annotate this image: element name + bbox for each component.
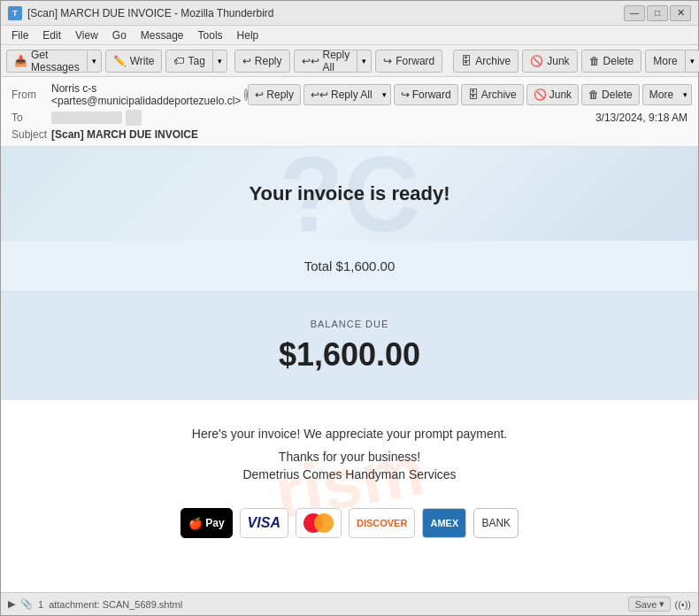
- menu-message[interactable]: Message: [134, 27, 191, 43]
- more-group: More ▾: [645, 50, 699, 73]
- to-avatar: [126, 110, 142, 126]
- reply-all-group: ↩↩ Reply All ▾: [294, 50, 373, 73]
- more-header-button[interactable]: More: [642, 84, 680, 105]
- get-messages-icon: 📥: [14, 55, 27, 67]
- invoice-header-section: ?C Your invoice is ready!: [1, 147, 698, 241]
- menu-help[interactable]: Help: [230, 27, 266, 43]
- reply-header-icon: ↩: [255, 89, 264, 101]
- to-row: To 3/13/2024, 9:18 AM: [12, 110, 687, 126]
- archive-button[interactable]: 🗄 Archive: [453, 50, 518, 73]
- more-header-arrow[interactable]: ▾: [680, 84, 692, 105]
- delete-header-button[interactable]: 🗑 Delete: [581, 84, 640, 105]
- statusbar-left: ▶ 📎 1 attachment: SCAN_5689.shtml: [8, 598, 182, 610]
- amex-icon: AMEX: [422, 508, 466, 538]
- junk-button[interactable]: 🚫 Junk: [522, 50, 577, 73]
- tag-arrow[interactable]: ▾: [212, 50, 227, 73]
- toolbar: 📥 Get Messages ▾ ✏️ Write 🏷 Tag ▾ ↩ Repl…: [1, 45, 698, 77]
- menu-go[interactable]: Go: [105, 27, 134, 43]
- more-header-group: More ▾: [642, 84, 692, 105]
- total-text: Total $1,600.00: [19, 258, 680, 273]
- balance-section: BALANCE DUE $1,600.00: [1, 292, 698, 400]
- get-messages-arrow[interactable]: ▾: [87, 50, 102, 73]
- close-button[interactable]: ✕: [670, 5, 691, 21]
- reply-icon: ↩: [242, 55, 251, 67]
- balance-amount: $1,600.00: [19, 336, 680, 373]
- forward-header-button[interactable]: ↪ Forward: [394, 84, 458, 105]
- bank-icon: BANK: [473, 508, 518, 538]
- get-messages-group: 📥 Get Messages ▾: [6, 50, 102, 73]
- forward-header-label: Forward: [412, 89, 451, 101]
- more-arrow[interactable]: ▾: [685, 50, 699, 73]
- forward-button[interactable]: ↪ Forward: [375, 50, 442, 73]
- menu-view[interactable]: View: [68, 27, 105, 43]
- reply-header-label: Reply: [266, 89, 294, 101]
- forward-label: Forward: [396, 55, 434, 67]
- app-icon: T: [8, 6, 22, 20]
- payment-icons: 🍎 Pay VISA DISCOVER AMEX BANK: [19, 508, 680, 538]
- minimize-button[interactable]: —: [624, 5, 645, 21]
- header-action-buttons: ↩ Reply ↩↩ Reply All ▾ ↪ Forward 🗄 Arch: [248, 84, 692, 105]
- footer-company: Demetrius Comes Handyman Services: [19, 467, 680, 481]
- window-title: [Scan] MARCH DUE INVOICE - Mozilla Thund…: [27, 7, 274, 19]
- more-label: More: [653, 55, 677, 67]
- reply-all-header-arrow[interactable]: ▾: [379, 84, 391, 105]
- balance-due-label: BALANCE DUE: [19, 319, 680, 329]
- tag-label: Tag: [188, 55, 204, 67]
- menubar: File Edit View Go Message Tools Help: [1, 26, 698, 45]
- delete-header-icon: 🗑: [588, 89, 599, 101]
- menu-tools[interactable]: Tools: [191, 27, 230, 43]
- mastercard-icon: [296, 508, 342, 538]
- attachment-icon: 📎: [20, 598, 33, 610]
- archive-header-button[interactable]: 🗄 Archive: [461, 84, 524, 105]
- archive-header-icon: 🗄: [468, 89, 479, 101]
- reply-all-header-icon: ↩↩: [311, 89, 328, 101]
- statusbar-right: Save ▾ ((•)): [628, 597, 691, 612]
- reply-all-button[interactable]: ↩↩ Reply All: [294, 50, 357, 73]
- subject-value: [Scan] MARCH DUE INVOICE: [51, 128, 198, 141]
- tag-group: 🏷 Tag ▾: [165, 50, 227, 73]
- reply-all-header-button[interactable]: ↩↩ Reply All: [303, 84, 379, 105]
- reply-button[interactable]: ↩ Reply: [234, 50, 290, 73]
- reply-all-label: Reply All: [323, 49, 350, 73]
- apple-pay-icon: 🍎 Pay: [181, 508, 233, 538]
- statusbar: ▶ 📎 1 attachment: SCAN_5689.shtml Save ▾…: [1, 592, 698, 615]
- total-section: Total $1,600.00: [1, 241, 698, 292]
- delete-button[interactable]: 🗑 Delete: [581, 50, 642, 73]
- tag-button[interactable]: 🏷 Tag: [165, 50, 211, 73]
- junk-header-button[interactable]: 🚫 Junk: [526, 84, 579, 105]
- expand-icon[interactable]: ▶: [8, 598, 15, 610]
- forward-icon: ↪: [383, 55, 392, 67]
- email-header: From Norris c-s <partes@municipalidaddep…: [1, 77, 698, 147]
- forward-header-icon: ↪: [401, 89, 410, 101]
- junk-icon: 🚫: [530, 55, 543, 67]
- maximize-button[interactable]: □: [647, 5, 668, 21]
- titlebar: T [Scan] MARCH DUE INVOICE - Mozilla Thu…: [1, 1, 698, 26]
- more-button[interactable]: More: [645, 50, 684, 73]
- write-label: Write: [130, 55, 155, 67]
- reply-header-button[interactable]: ↩ Reply: [248, 84, 301, 105]
- junk-header-label: Junk: [549, 89, 572, 101]
- reply-all-arrow[interactable]: ▾: [357, 50, 372, 73]
- subject-row: Subject [Scan] MARCH DUE INVOICE: [12, 128, 687, 141]
- save-button[interactable]: Save ▾: [628, 597, 671, 612]
- menu-edit[interactable]: Edit: [35, 27, 68, 43]
- footer-thanks: Thanks for your business!: [19, 450, 680, 464]
- junk-header-icon: 🚫: [534, 89, 547, 101]
- junk-label: Junk: [547, 55, 569, 67]
- wifi-icon: ((•)): [674, 599, 691, 610]
- invoice-title: Your invoice is ready!: [19, 182, 680, 205]
- to-label: To: [12, 112, 51, 124]
- get-messages-button[interactable]: 📥 Get Messages: [6, 50, 87, 73]
- save-label: Save: [634, 599, 657, 610]
- archive-label: Archive: [475, 55, 511, 67]
- archive-icon: 🗄: [461, 55, 472, 67]
- subject-label: Subject: [12, 128, 51, 141]
- menu-file[interactable]: File: [4, 27, 35, 43]
- save-arrow: ▾: [659, 598, 664, 610]
- archive-header-label: Archive: [481, 89, 517, 101]
- write-button[interactable]: ✏️ Write: [105, 50, 163, 73]
- email-date: 3/13/2024, 9:18 AM: [595, 112, 687, 124]
- reply-label: Reply: [255, 55, 282, 67]
- from-row: From Norris c-s <partes@municipalidaddep…: [12, 82, 687, 107]
- more-header-label: More: [649, 89, 673, 101]
